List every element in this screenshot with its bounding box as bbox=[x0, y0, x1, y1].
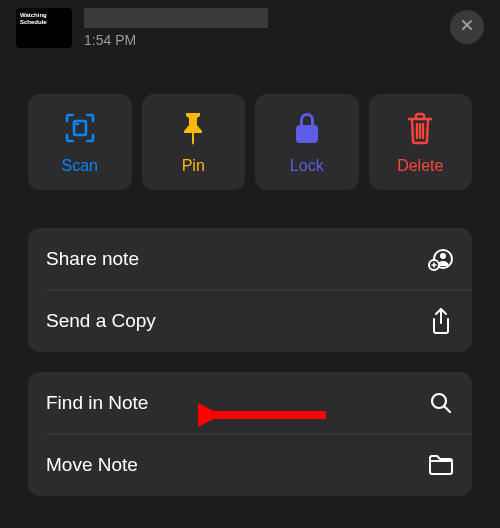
close-button[interactable] bbox=[450, 10, 484, 44]
trash-icon bbox=[406, 109, 434, 147]
send-copy-label: Send a Copy bbox=[46, 310, 156, 332]
callout-arrow-icon bbox=[198, 400, 328, 430]
menu-group-share: Share note Send a Copy bbox=[28, 228, 472, 352]
note-thumbnail[interactable]: Watching Schedule bbox=[16, 8, 72, 48]
scan-icon bbox=[63, 109, 97, 147]
timestamp: 1:54 PM bbox=[84, 32, 438, 48]
delete-label: Delete bbox=[397, 157, 443, 175]
pin-icon bbox=[178, 109, 208, 147]
share-note-item[interactable]: Share note bbox=[28, 228, 472, 290]
quick-actions: Scan Pin Lock Del bbox=[0, 54, 500, 208]
move-note-label: Move Note bbox=[46, 454, 138, 476]
move-note-item[interactable]: Move Note bbox=[28, 434, 472, 496]
search-icon bbox=[428, 390, 454, 416]
share-icon bbox=[428, 308, 454, 334]
send-copy-item[interactable]: Send a Copy bbox=[28, 290, 472, 352]
thumbnail-title: Watching Schedule bbox=[20, 12, 68, 26]
lock-button[interactable]: Lock bbox=[255, 94, 359, 190]
share-note-label: Share note bbox=[46, 248, 139, 270]
scan-label: Scan bbox=[62, 157, 98, 175]
close-icon bbox=[459, 17, 475, 37]
note-title-redacted bbox=[84, 8, 268, 28]
collaborate-icon bbox=[428, 246, 454, 272]
find-in-note-label: Find in Note bbox=[46, 392, 148, 414]
title-area: 1:54 PM bbox=[84, 8, 438, 48]
scan-button[interactable]: Scan bbox=[28, 94, 132, 190]
folder-icon bbox=[428, 452, 454, 478]
menu-group-note: Find in Note Move Note bbox=[28, 372, 472, 496]
pin-button[interactable]: Pin bbox=[142, 94, 246, 190]
find-in-note-item[interactable]: Find in Note bbox=[28, 372, 472, 434]
delete-button[interactable]: Delete bbox=[369, 94, 473, 190]
svg-point-3 bbox=[440, 253, 446, 259]
sheet-header: Watching Schedule 1:54 PM bbox=[0, 0, 500, 54]
lock-label: Lock bbox=[290, 157, 324, 175]
lock-icon bbox=[293, 109, 321, 147]
svg-rect-1 bbox=[296, 125, 318, 143]
pin-label: Pin bbox=[182, 157, 205, 175]
